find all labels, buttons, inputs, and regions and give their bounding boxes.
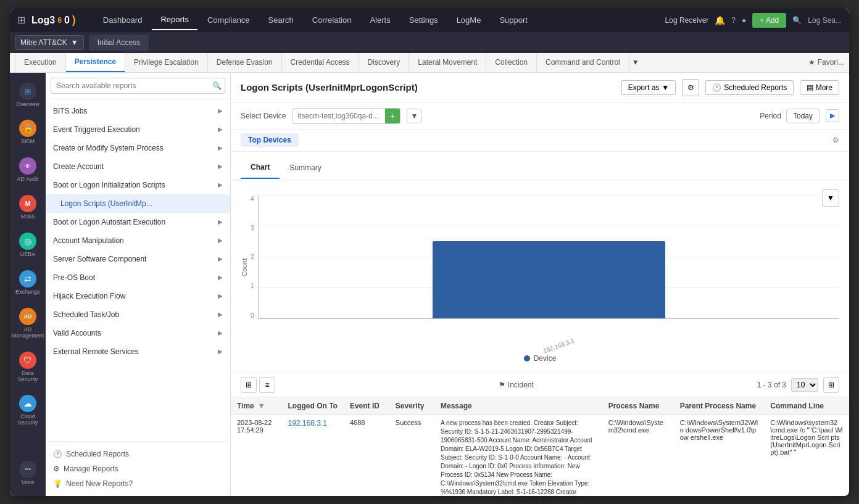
sub-tab-collection[interactable]: Collection [486,53,537,73]
grid-icon[interactable]: ⊞ [17,14,25,26]
notification-icon[interactable]: 🔔 [715,15,725,25]
ad-audit-icon: 👁 [19,157,36,175]
sub-tab-execution[interactable]: Execution [15,53,66,73]
sidebar-item-exchange[interactable]: ⇄ Exchange [12,265,44,300]
sidebar-item-m365[interactable]: M M365 [12,190,44,225]
favorites-btn[interactable]: ★ Favori... [808,58,844,67]
cell-time: 2023-08-22 17:54:29 [231,415,281,496]
search-input[interactable] [51,78,225,94]
nav-alerts[interactable]: Alerts [361,10,399,30]
initial-access-tab[interactable]: Initial Access [89,35,149,51]
device-input[interactable] [293,109,385,123]
list-item-pre-os-boot[interactable]: Pre-OS Boot ▶ [46,268,230,287]
sidebar-item-ad-management[interactable]: AD AD Management [12,303,44,344]
ad-management-icon: AD [19,308,36,325]
export-button[interactable]: Export as ▼ [621,80,676,95]
sidebar-item-ad-audit[interactable]: 👁 AD Audit [12,152,44,188]
list-item-external-remote[interactable]: External Remote Services ▶ [46,342,230,361]
list-item-hijack-execution[interactable]: Hijack Execution Flow ▶ [46,287,230,305]
sub-tab-command-and-control[interactable]: Command and Control [537,53,629,73]
list-item-account-manipulation[interactable]: Account Manipulation ▶ [46,231,230,250]
col-header-event-id[interactable]: Event ID [344,397,389,415]
list-item-server-software[interactable]: Server Software Component ▶ [46,250,230,268]
col-header-command-line[interactable]: Command Line [764,397,849,415]
nav-logme[interactable]: LogMe [448,10,490,30]
list-item-scheduled-task[interactable]: Scheduled Task/Job ▶ [46,305,230,324]
nav-reports[interactable]: Reports [152,10,197,30]
nav-correlation[interactable]: Correlation [304,10,360,30]
scheduled-reports-link[interactable]: 🕐 Scheduled Reports [53,447,223,461]
list-item-logon-scripts[interactable]: Logon Scripts (UserInitMp... [46,194,230,213]
col-header-severity[interactable]: Severity [389,397,434,415]
list-item[interactable]: Create or Modify System Process ▶ [46,139,230,157]
device-add-button[interactable]: + [385,109,400,123]
chart-tab-chart[interactable]: Chart [241,157,280,179]
nav-settings[interactable]: Settings [400,10,447,30]
ueba-icon: ◎ [19,233,36,250]
sidebar-label-ad-audit: AD Audit [17,176,38,183]
sub-tab-credential-access[interactable]: Credential Access [282,53,359,73]
log-search-label: Log Sea... [808,16,842,25]
help-icon[interactable]: ? [731,16,736,25]
columns-button[interactable]: ⊞ [823,377,839,393]
col-header-process-name[interactable]: Process Name [602,397,674,415]
grid-view-button[interactable]: ⊞ [241,377,257,393]
search-icon-top[interactable]: 🔍 [792,16,802,25]
chart-tab-summary[interactable]: Summary [280,157,331,179]
col-header-message[interactable]: Message [434,397,602,415]
need-new-reports-link[interactable]: 💡 Need New Reports? [53,476,223,491]
sub-tab-persistence[interactable]: Persistence [66,53,125,73]
settings-icon-button[interactable]: ⚙ [682,79,699,96]
chart-settings-icon[interactable]: ⚙ [832,136,839,144]
sidebar-item-siem[interactable]: 🔒 SIEM [12,115,44,150]
sub-tab-privilege-escalation[interactable]: Privilege Escalation [125,53,208,73]
cell-logged-on-to[interactable]: 192.168.3.1 [281,415,343,496]
col-header-logged-on-to[interactable]: Logged On To [281,397,343,415]
sidebar-label-data-security: Data Security [15,371,40,383]
sub-tab-defense-evasion[interactable]: Defense Evasion [208,53,282,73]
sidebar-item-cloud-security[interactable]: ☁ Cloud Security [12,390,44,431]
period-value[interactable]: Today [786,109,820,123]
top-devices-label[interactable]: Top Devices [241,133,299,147]
nav-compliance[interactable]: Compliance [199,10,259,30]
device-filter-button[interactable]: ▼ [407,109,421,123]
list-item-boot-logon[interactable]: Boot or Logon Initialization Scripts ▶ [46,176,230,194]
more-button[interactable]: ▤ More [800,80,839,95]
col-header-parent-process[interactable]: Parent Process Name [674,397,765,415]
search-button[interactable]: 🔍 [212,81,222,90]
gear-icon: ⚙ [53,465,60,473]
y-label-0: 0 [251,312,254,319]
cell-message: A new process has been created. Creator … [434,415,602,496]
sidebar-item-overview[interactable]: ⊞ Overview [12,78,44,113]
nav-support[interactable]: Support [491,10,536,30]
col-header-time[interactable]: Time ▼ [231,397,281,415]
chart-plot [258,196,839,319]
per-page-select[interactable]: 10 25 50 [791,378,818,392]
user-icon[interactable]: ● [742,16,746,25]
nav-dashboard[interactable]: Dashboard [94,10,151,30]
table-row: 2023-08-22 17:54:29 192.168.3.1 4688 Suc… [231,415,849,496]
sub-tab-discovery[interactable]: Discovery [359,53,410,73]
manage-reports-link[interactable]: ⚙ Manage Reports [53,461,223,476]
list-item-boot-autostart[interactable]: Boot or Logon Autostart Execution ▶ [46,213,230,231]
view-buttons: ⊞ ≡ [241,377,275,393]
list-item-valid-accounts[interactable]: Valid Accounts ▶ [46,324,230,342]
more-tabs-btn[interactable]: ▼ [632,58,639,67]
x-axis: 192.168.3.1 [241,342,839,349]
sidebar-item-more[interactable]: ••• More [12,456,44,491]
nav-search[interactable]: Search [260,10,302,30]
sidebar-label-ueba: UEBA [20,252,36,258]
list-view-button[interactable]: ≡ [259,377,275,393]
add-button[interactable]: + Add [752,13,786,28]
list-item-create-account[interactable]: Create Account ▶ [46,157,230,176]
list-item[interactable]: BITS Jobs ▶ [46,102,230,120]
period-right-btn[interactable]: ▶ [826,109,839,122]
sidebar-item-data-security[interactable]: 🛡 Data Security [12,347,44,388]
sub-tab-lateral-movement[interactable]: Lateral Movement [409,53,486,73]
mitre-dropdown[interactable]: Mitre ATT&CK ▼ [15,35,84,50]
period-wrap: Period Today [760,109,820,123]
scheduled-reports-button[interactable]: 🕐 Scheduled Reports [705,80,794,95]
sidebar-item-ueba[interactable]: ◎ UEBA [12,228,44,263]
list-item[interactable]: Event Triggered Execution ▶ [46,120,230,139]
cloud-security-icon: ☁ [19,395,36,412]
